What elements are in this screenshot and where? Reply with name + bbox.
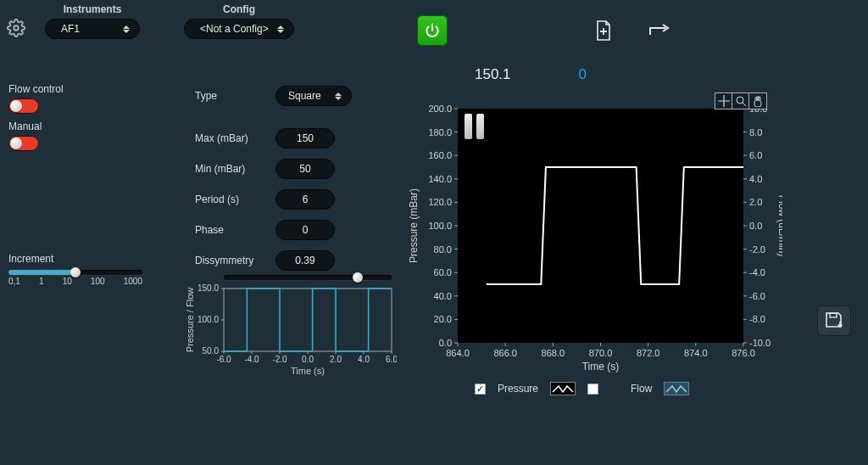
increment-slider[interactable] — [8, 270, 142, 275]
svg-text:150.0: 150.0 — [198, 283, 219, 293]
gear-icon — [7, 19, 25, 37]
forward-button[interactable] — [648, 19, 671, 42]
flow-readout: 0 — [579, 66, 587, 83]
svg-rect-1 — [224, 289, 392, 351]
config-value: <Not a Config> — [200, 23, 269, 35]
save-download-icon — [824, 311, 844, 330]
forward-icon — [648, 23, 670, 38]
pressure-legend-style[interactable] — [550, 382, 576, 395]
crosshair-tool[interactable] — [715, 93, 732, 109]
manual-toggle[interactable] — [8, 136, 39, 151]
svg-text:4.0: 4.0 — [358, 355, 370, 364]
instruments-label: Instruments — [64, 3, 122, 15]
svg-text:872.0: 872.0 — [637, 348, 660, 358]
flow-legend-style[interactable] — [664, 382, 689, 395]
svg-text:-6.0: -6.0 — [749, 291, 765, 301]
pause-button[interactable] — [465, 114, 484, 139]
type-value: Square — [288, 90, 321, 102]
period-field[interactable]: 6 — [275, 189, 335, 210]
dissymmetry-field[interactable]: 0.39 — [275, 250, 335, 271]
zoom-tool[interactable] — [732, 93, 749, 109]
svg-text:80.0: 80.0 — [434, 244, 452, 255]
svg-point-0 — [14, 25, 19, 31]
instrument-select[interactable]: AF1 — [45, 19, 140, 39]
svg-text:60.0: 60.0 — [434, 267, 452, 277]
dissymmetry-slider[interactable] — [224, 275, 392, 280]
flow-control-toggle[interactable] — [8, 98, 39, 114]
export-button[interactable] — [817, 305, 851, 336]
svg-text:-2.0: -2.0 — [272, 355, 287, 364]
updown-icon — [120, 22, 132, 36]
flow-line-icon — [665, 384, 687, 394]
svg-text:120.0: 120.0 — [428, 197, 452, 207]
svg-text:6.0: 6.0 — [749, 150, 762, 160]
svg-text:Pressure (mBar): Pressure (mBar) — [408, 188, 420, 263]
manual-label: Manual — [8, 120, 153, 132]
pressure-legend-checkbox[interactable] — [475, 384, 486, 395]
svg-text:864.0: 864.0 — [446, 348, 470, 358]
svg-text:180.0: 180.0 — [428, 127, 452, 137]
config-label: Config — [223, 3, 255, 15]
increment-ticks: 0,1 1 10 100 1000 — [8, 277, 142, 286]
increment-label: Increment — [8, 253, 153, 265]
svg-text:140.0: 140.0 — [428, 174, 452, 184]
svg-text:-8.0: -8.0 — [749, 314, 765, 324]
svg-text:870.0: 870.0 — [589, 348, 613, 358]
power-button[interactable] — [417, 15, 448, 46]
svg-text:Flow (uL/min): Flow (uL/min) — [776, 195, 782, 257]
live-chart: 0.020.040.060.080.0100.0120.0140.0160.01… — [405, 93, 782, 382]
svg-text:-10.0: -10.0 — [749, 338, 771, 348]
config-select[interactable]: <Not a Config> — [184, 19, 294, 39]
svg-text:8.0: 8.0 — [749, 127, 762, 137]
svg-text:160.0: 160.0 — [428, 150, 452, 160]
phase-field[interactable]: 0 — [275, 220, 335, 240]
svg-text:Time (s): Time (s) — [582, 361, 620, 373]
updown-icon — [275, 22, 287, 36]
svg-text:866.0: 866.0 — [493, 348, 517, 358]
svg-text:100.0: 100.0 — [198, 315, 219, 324]
param-label: Min (mBar) — [195, 163, 275, 175]
type-label: Type — [195, 90, 275, 102]
svg-text:-2.0: -2.0 — [749, 244, 765, 255]
pressure-readout: 150.1 — [475, 66, 511, 83]
type-select[interactable]: Square — [275, 86, 352, 106]
pressure-line-icon — [552, 384, 574, 394]
svg-text:868.0: 868.0 — [542, 348, 565, 358]
svg-text:2.0: 2.0 — [330, 355, 342, 364]
crosshair-icon — [718, 95, 730, 107]
svg-text:-4.0: -4.0 — [244, 355, 259, 364]
chart-toolbar — [715, 92, 767, 109]
svg-text:-4.0: -4.0 — [749, 267, 765, 277]
min-field[interactable]: 50 — [275, 159, 335, 179]
max-field[interactable]: 150 — [275, 128, 335, 148]
instrument-value: AF1 — [61, 23, 80, 35]
flow-control-label: Flow control — [8, 83, 153, 95]
svg-text:6.0: 6.0 — [386, 355, 397, 364]
svg-text:0.0: 0.0 — [439, 338, 452, 348]
magnifier-icon — [735, 95, 747, 107]
svg-text:0.0: 0.0 — [749, 221, 762, 231]
waveform-preview-chart: 50.0100.0150.0-6.0-4.0-2.00.02.04.06.0Ti… — [185, 283, 397, 377]
svg-text:Pressure / Flow: Pressure / Flow — [185, 288, 195, 352]
pressure-legend-label: Pressure — [498, 383, 538, 395]
svg-text:876.0: 876.0 — [732, 348, 755, 358]
svg-text:200.0: 200.0 — [428, 104, 452, 114]
svg-point-24 — [737, 97, 743, 104]
svg-text:Time (s): Time (s) — [291, 366, 325, 376]
param-label: Max (mBar) — [195, 132, 275, 144]
updown-icon — [332, 89, 344, 103]
pan-tool[interactable] — [749, 93, 766, 109]
add-file-button[interactable] — [592, 19, 615, 42]
svg-text:874.0: 874.0 — [684, 348, 708, 358]
param-label: Dissymmetry — [195, 255, 275, 266]
param-label: Period (s) — [195, 193, 275, 205]
svg-text:100.0: 100.0 — [428, 221, 452, 231]
svg-text:40.0: 40.0 — [434, 291, 452, 301]
svg-text:4.0: 4.0 — [749, 174, 762, 184]
flow-legend-checkbox[interactable] — [587, 384, 598, 395]
svg-text:2.0: 2.0 — [749, 197, 762, 207]
svg-text:20.0: 20.0 — [434, 314, 452, 324]
settings-button[interactable] — [7, 19, 25, 37]
svg-rect-25 — [458, 109, 743, 343]
flow-legend-label: Flow — [631, 383, 652, 395]
